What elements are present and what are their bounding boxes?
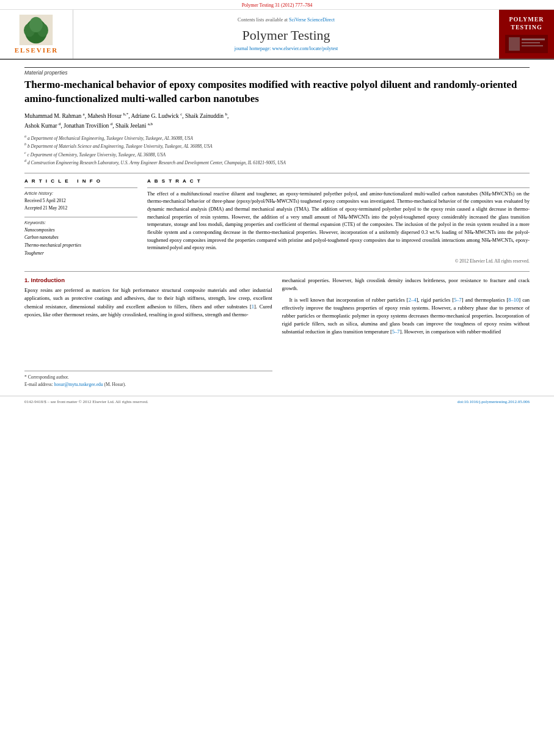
elsevier-brand-text: ELSEVIER [15, 46, 59, 54]
body-col-left: 1. Introduction Epoxy resins are preferr… [24, 277, 272, 388]
article-info-title: A R T I C L E I N F O [24, 178, 137, 184]
body-col-right: mechanical properties. However, high cro… [282, 277, 530, 388]
section-label: Material properties [24, 67, 530, 76]
keywords-group: Keywords: Nanocomposites Carbon nanotube… [24, 220, 137, 258]
main-content: Material properties Thermo-mechanical be… [0, 60, 554, 388]
email-link[interactable]: hosur@mytu.tuskegee.edu [54, 382, 103, 387]
journal-homepage: journal homepage: www.elsevier.com/locat… [235, 46, 338, 51]
journal-center-header: Contents lists available at SciVerse Sci… [73, 10, 499, 59]
received-date: Received 5 April 2012 Accepted 21 May 20… [24, 197, 137, 212]
intro-col1-text: Epoxy resins are preferred as matrices f… [24, 286, 272, 319]
intro-col2-text: mechanical properties. However, high cro… [282, 277, 530, 336]
elsevier-logo-section: ELSEVIER [0, 10, 73, 59]
sciverse-note: Contents lists available at SciVerse Sci… [238, 17, 335, 23]
paper-title: Thermo-mechanical behavior of epoxy comp… [24, 78, 530, 106]
abstract-divider [147, 187, 530, 188]
article-info-abstract-columns: A R T I C L E I N F O Article history: R… [24, 173, 530, 264]
abstract-title: A B S T R A C T [147, 178, 530, 184]
svg-point-5 [30, 17, 43, 32]
copyright-line: © 2012 Elsevier Ltd. All rights reserved… [147, 256, 530, 264]
body-columns: 1. Introduction Epoxy resins are preferr… [24, 277, 530, 388]
homepage-url[interactable]: www.elsevier.com/locate/polytest [272, 46, 338, 51]
badge-text: POLYMER TESTING [509, 15, 544, 31]
elsevier-tree-icon [18, 15, 54, 45]
top-citation: Polymer Testing 31 (2012) 777–784 [242, 2, 313, 8]
journal-header: ELSEVIER Contents lists available at Sci… [0, 10, 554, 60]
keywords-label: Keywords: [24, 220, 137, 225]
divider2 [24, 217, 137, 217]
authors: Muhammad M. Rahman a, Mahesh Hosur b,*, … [24, 111, 530, 131]
article-info-column: A R T I C L E I N F O Article history: R… [24, 178, 137, 264]
issn-text: 0142-9418/$ – see front matter © 2012 El… [24, 399, 148, 404]
polymer-testing-badge: POLYMER TESTING [499, 10, 554, 59]
abstract-text: The effect of a multifunctional reactive… [147, 191, 530, 253]
journal-top-bar: Polymer Testing 31 (2012) 777–784 [0, 0, 554, 10]
footnote-text: * Corresponding author. E-mail address: … [24, 374, 272, 388]
journal-title: Polymer Testing [242, 27, 330, 43]
sciverse-link[interactable]: SciVerse ScienceDirect [289, 17, 335, 23]
keywords-list: Nanocomposites Carbon nanotubes Thermo-m… [24, 227, 137, 258]
bottom-bar: 0142-9418/$ – see front matter © 2012 El… [0, 396, 554, 407]
badge-image [505, 35, 548, 53]
abstract-column: A B S T R A C T The effect of a multifun… [147, 178, 530, 264]
svg-rect-7 [509, 37, 520, 51]
article-history: Article history: Received 5 April 2012 A… [24, 191, 137, 212]
svg-rect-9 [522, 42, 540, 43]
elsevier-logo-box: ELSEVIER [15, 15, 59, 54]
body-section: 1. Introduction Epoxy resins are preferr… [24, 271, 530, 388]
doi-text: doi:10.1016/j.polymertesting.2012.05.006 [457, 399, 530, 404]
divider [24, 187, 137, 188]
footnote-divider [24, 371, 272, 371]
affiliations: a a Department of Mechanical Engineering… [24, 134, 530, 167]
svg-rect-8 [522, 38, 545, 40]
page-wrapper: Polymer Testing 31 (2012) 777–784 ELSEVI… [0, 0, 554, 407]
intro-heading: 1. Introduction [24, 277, 272, 283]
history-label: Article history: [24, 191, 137, 196]
svg-rect-10 [522, 45, 543, 46]
